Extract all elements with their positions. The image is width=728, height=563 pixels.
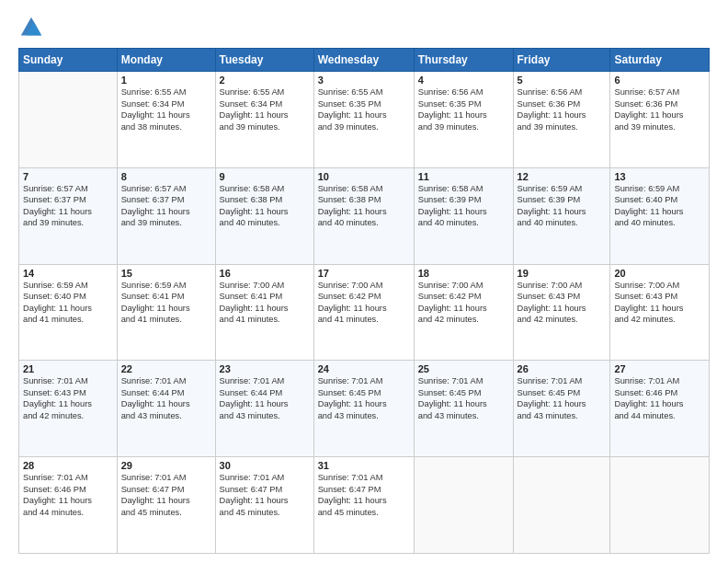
day-number: 27 bbox=[614, 363, 705, 374]
day-info: Sunrise: 6:58 AMSunset: 6:38 PMDaylight:… bbox=[318, 183, 410, 229]
day-cell bbox=[610, 457, 710, 554]
day-info: Sunrise: 6:55 AMSunset: 6:34 PMDaylight:… bbox=[121, 86, 211, 132]
day-number: 16 bbox=[220, 268, 310, 279]
day-info: Sunrise: 7:01 AMSunset: 6:45 PMDaylight:… bbox=[518, 375, 607, 421]
day-number: 9 bbox=[220, 171, 310, 182]
day-cell: 8Sunrise: 6:57 AMSunset: 6:37 PMDaylight… bbox=[117, 167, 215, 264]
day-info: Sunrise: 7:01 AMSunset: 6:43 PMDaylight:… bbox=[23, 375, 113, 421]
day-number: 2 bbox=[220, 75, 310, 86]
day-cell: 25Sunrise: 7:01 AMSunset: 6:45 PMDayligh… bbox=[414, 361, 513, 457]
day-number: 19 bbox=[518, 268, 607, 279]
day-number: 28 bbox=[23, 460, 113, 471]
header-row: SundayMondayTuesdayWednesdayThursdayFrid… bbox=[19, 49, 710, 72]
day-number: 4 bbox=[418, 75, 509, 86]
day-info: Sunrise: 6:59 AMSunset: 6:40 PMDaylight:… bbox=[23, 280, 113, 326]
day-cell: 27Sunrise: 7:01 AMSunset: 6:46 PMDayligh… bbox=[610, 361, 710, 457]
day-info: Sunrise: 6:57 AMSunset: 6:36 PMDaylight:… bbox=[614, 86, 705, 132]
day-info: Sunrise: 7:01 AMSunset: 6:47 PMDaylight:… bbox=[318, 472, 410, 518]
day-cell: 26Sunrise: 7:01 AMSunset: 6:45 PMDayligh… bbox=[513, 361, 610, 457]
day-info: Sunrise: 6:58 AMSunset: 6:39 PMDaylight:… bbox=[418, 183, 509, 229]
day-cell: 23Sunrise: 7:01 AMSunset: 6:44 PMDayligh… bbox=[215, 361, 313, 457]
day-cell: 1Sunrise: 6:55 AMSunset: 6:34 PMDaylight… bbox=[117, 72, 215, 168]
day-number: 24 bbox=[318, 363, 410, 374]
day-number: 30 bbox=[220, 460, 310, 471]
day-cell: 18Sunrise: 7:00 AMSunset: 6:42 PMDayligh… bbox=[414, 264, 513, 361]
day-number: 29 bbox=[121, 460, 211, 471]
week-row-4: 21Sunrise: 7:01 AMSunset: 6:43 PMDayligh… bbox=[19, 361, 710, 457]
day-info: Sunrise: 6:58 AMSunset: 6:38 PMDaylight:… bbox=[220, 183, 310, 229]
day-info: Sunrise: 7:01 AMSunset: 6:45 PMDaylight:… bbox=[418, 375, 509, 421]
day-info: Sunrise: 6:56 AMSunset: 6:36 PMDaylight:… bbox=[518, 86, 607, 132]
day-cell: 5Sunrise: 6:56 AMSunset: 6:36 PMDaylight… bbox=[513, 72, 610, 168]
day-number: 18 bbox=[418, 268, 509, 279]
day-number: 5 bbox=[518, 75, 607, 86]
header-cell-monday: Monday bbox=[117, 49, 215, 72]
day-number: 6 bbox=[614, 75, 705, 86]
day-cell: 13Sunrise: 6:59 AMSunset: 6:40 PMDayligh… bbox=[610, 167, 710, 264]
day-number: 22 bbox=[121, 363, 211, 374]
day-cell: 31Sunrise: 7:01 AMSunset: 6:47 PMDayligh… bbox=[313, 457, 414, 554]
day-cell: 16Sunrise: 7:00 AMSunset: 6:41 PMDayligh… bbox=[215, 264, 313, 361]
day-info: Sunrise: 6:57 AMSunset: 6:37 PMDaylight:… bbox=[23, 183, 113, 229]
day-cell: 4Sunrise: 6:56 AMSunset: 6:35 PMDaylight… bbox=[414, 72, 513, 168]
week-row-2: 7Sunrise: 6:57 AMSunset: 6:37 PMDaylight… bbox=[19, 167, 710, 264]
day-cell: 7Sunrise: 6:57 AMSunset: 6:37 PMDaylight… bbox=[19, 167, 118, 264]
day-info: Sunrise: 6:56 AMSunset: 6:35 PMDaylight:… bbox=[418, 86, 509, 132]
day-info: Sunrise: 6:59 AMSunset: 6:40 PMDaylight:… bbox=[614, 183, 705, 229]
header-cell-sunday: Sunday bbox=[19, 49, 118, 72]
calendar-body: 1Sunrise: 6:55 AMSunset: 6:34 PMDaylight… bbox=[19, 72, 710, 554]
week-row-1: 1Sunrise: 6:55 AMSunset: 6:34 PMDaylight… bbox=[19, 72, 710, 168]
day-info: Sunrise: 7:01 AMSunset: 6:44 PMDaylight:… bbox=[220, 375, 310, 421]
day-info: Sunrise: 7:01 AMSunset: 6:46 PMDaylight:… bbox=[614, 375, 705, 421]
day-info: Sunrise: 7:01 AMSunset: 6:46 PMDaylight:… bbox=[23, 472, 113, 518]
day-info: Sunrise: 6:55 AMSunset: 6:35 PMDaylight:… bbox=[318, 86, 410, 132]
day-info: Sunrise: 6:55 AMSunset: 6:34 PMDaylight:… bbox=[220, 86, 310, 132]
day-cell bbox=[513, 457, 610, 554]
day-number: 14 bbox=[23, 268, 113, 279]
day-cell: 9Sunrise: 6:58 AMSunset: 6:38 PMDaylight… bbox=[215, 167, 313, 264]
day-number: 21 bbox=[23, 363, 113, 374]
day-cell: 29Sunrise: 7:01 AMSunset: 6:47 PMDayligh… bbox=[117, 457, 215, 554]
day-info: Sunrise: 7:01 AMSunset: 6:47 PMDaylight:… bbox=[220, 472, 310, 518]
day-info: Sunrise: 6:59 AMSunset: 6:39 PMDaylight:… bbox=[518, 183, 607, 229]
day-cell: 19Sunrise: 7:00 AMSunset: 6:43 PMDayligh… bbox=[513, 264, 610, 361]
day-number: 1 bbox=[121, 75, 211, 86]
header-cell-friday: Friday bbox=[513, 49, 610, 72]
day-info: Sunrise: 7:01 AMSunset: 6:44 PMDaylight:… bbox=[121, 375, 211, 421]
day-number: 26 bbox=[518, 363, 607, 374]
day-cell: 24Sunrise: 7:01 AMSunset: 6:45 PMDayligh… bbox=[313, 361, 414, 457]
header-cell-tuesday: Tuesday bbox=[215, 49, 313, 72]
day-info: Sunrise: 6:59 AMSunset: 6:41 PMDaylight:… bbox=[121, 280, 211, 326]
day-cell: 22Sunrise: 7:01 AMSunset: 6:44 PMDayligh… bbox=[117, 361, 215, 457]
day-cell: 28Sunrise: 7:01 AMSunset: 6:46 PMDayligh… bbox=[19, 457, 118, 554]
day-number: 3 bbox=[318, 75, 410, 86]
page: SundayMondayTuesdayWednesdayThursdayFrid… bbox=[0, 0, 728, 563]
header-cell-saturday: Saturday bbox=[610, 49, 710, 72]
day-number: 20 bbox=[614, 268, 705, 279]
day-number: 7 bbox=[23, 171, 113, 182]
day-number: 17 bbox=[318, 268, 410, 279]
day-cell: 3Sunrise: 6:55 AMSunset: 6:35 PMDaylight… bbox=[313, 72, 414, 168]
calendar-header: SundayMondayTuesdayWednesdayThursdayFrid… bbox=[19, 49, 710, 72]
day-info: Sunrise: 7:01 AMSunset: 6:47 PMDaylight:… bbox=[121, 472, 211, 518]
day-number: 8 bbox=[121, 171, 211, 182]
calendar-table: SundayMondayTuesdayWednesdayThursdayFrid… bbox=[18, 48, 710, 554]
day-cell: 17Sunrise: 7:00 AMSunset: 6:42 PMDayligh… bbox=[313, 264, 414, 361]
logo bbox=[18, 15, 46, 40]
day-number: 23 bbox=[220, 363, 310, 374]
day-cell: 12Sunrise: 6:59 AMSunset: 6:39 PMDayligh… bbox=[513, 167, 610, 264]
day-number: 31 bbox=[318, 460, 410, 471]
day-info: Sunrise: 7:00 AMSunset: 6:43 PMDaylight:… bbox=[614, 280, 705, 326]
day-cell: 2Sunrise: 6:55 AMSunset: 6:34 PMDaylight… bbox=[215, 72, 313, 168]
week-row-5: 28Sunrise: 7:01 AMSunset: 6:46 PMDayligh… bbox=[19, 457, 710, 554]
header bbox=[18, 15, 710, 40]
day-cell: 14Sunrise: 6:59 AMSunset: 6:40 PMDayligh… bbox=[19, 264, 118, 361]
day-info: Sunrise: 6:57 AMSunset: 6:37 PMDaylight:… bbox=[121, 183, 211, 229]
day-cell: 11Sunrise: 6:58 AMSunset: 6:39 PMDayligh… bbox=[414, 167, 513, 264]
day-number: 12 bbox=[518, 171, 607, 182]
day-number: 25 bbox=[418, 363, 509, 374]
day-cell bbox=[19, 72, 118, 168]
day-info: Sunrise: 7:00 AMSunset: 6:42 PMDaylight:… bbox=[418, 280, 509, 326]
day-info: Sunrise: 7:00 AMSunset: 6:41 PMDaylight:… bbox=[220, 280, 310, 326]
day-number: 11 bbox=[418, 171, 509, 182]
